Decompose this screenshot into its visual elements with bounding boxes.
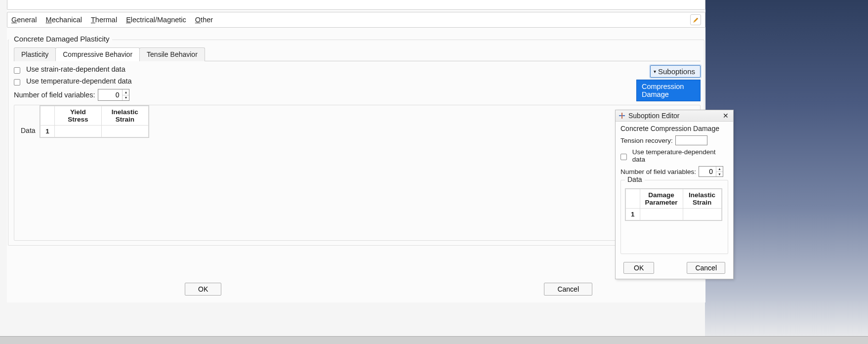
popup-title: Suboption Editor <box>628 112 680 120</box>
blank-top-field <box>7 0 705 10</box>
data-col2-header-l1: Inelastic <box>112 108 138 116</box>
popup-ok-button[interactable]: OK <box>623 262 654 274</box>
popup-titlebar[interactable]: Suboption Editor ✕ <box>616 110 733 122</box>
svg-rect-1 <box>621 113 622 119</box>
suboptions-button[interactable]: ▾ Suboptions <box>650 65 701 78</box>
table-row[interactable]: 1 <box>41 126 149 137</box>
ok-button[interactable]: OK <box>185 283 221 296</box>
behavior-tabs: Plasticity Compressive Behavior Tensile … <box>14 47 701 61</box>
tab-plasticity[interactable]: Plasticity <box>14 47 56 61</box>
menu-mechanical[interactable]: MechanicalMechanical <box>46 16 82 24</box>
yield-stress-cell[interactable] <box>54 126 101 137</box>
popup-data-group: Data Damage Parameter Inelastic Strain <box>620 180 728 254</box>
popup-subtitle: Concrete Compression Damage <box>620 125 728 132</box>
tension-recovery-input[interactable] <box>675 135 707 145</box>
popup-cancel-button[interactable]: Cancel <box>687 262 725 274</box>
popup-temperature-label: Use temperature-dependent data <box>632 148 728 163</box>
popup-temperature-checkbox[interactable] <box>620 154 627 160</box>
menu-general[interactable]: GGeneraleneral <box>11 16 37 24</box>
popup-inelastic-strain-cell[interactable] <box>683 209 721 220</box>
pencil-icon <box>693 17 699 23</box>
strain-rate-checkbox[interactable] <box>14 67 20 74</box>
popup-col2-header-l1: Inelastic <box>689 191 715 199</box>
popup-close-button[interactable]: ✕ <box>721 112 730 120</box>
menu-thermal[interactable]: ThermalThermal <box>91 16 117 24</box>
data-table[interactable]: Yield Stress Inelastic Strain 1 <box>40 105 149 138</box>
tension-recovery-label: Tension recovery: <box>620 137 673 144</box>
popup-field-vars-spin-up[interactable]: ▲ <box>716 167 723 172</box>
popup-col2-header-l2: Strain <box>693 199 711 206</box>
popup-field-vars-input[interactable] <box>699 167 716 176</box>
row-number: 1 <box>41 126 55 137</box>
suboptions-label: Suboptions <box>658 67 695 76</box>
tab-tensile-behavior[interactable]: Tensile Behavior <box>139 47 205 61</box>
field-vars-label: Number of field variables: <box>14 91 95 99</box>
popup-row-number: 1 <box>626 209 640 220</box>
field-vars-spin-up[interactable]: ▲ <box>123 89 129 95</box>
strain-rate-label: Use strain-rate-dependent data <box>26 65 125 73</box>
cancel-button[interactable]: Cancel <box>544 283 592 296</box>
status-bar <box>0 336 868 344</box>
popup-field-vars-label: Number of field variables: <box>620 168 696 175</box>
menu-other[interactable]: OtherOther <box>195 16 213 24</box>
popup-field-vars-spin-down[interactable]: ▼ <box>716 172 723 177</box>
suboptions-menu-item-compression-damage[interactable]: Compression Damage <box>636 80 701 101</box>
field-vars-input[interactable] <box>98 89 122 100</box>
data-group-title: Data <box>18 127 38 134</box>
field-vars-spin-down[interactable]: ▼ <box>123 95 129 101</box>
caret-down-icon: ▾ <box>654 69 656 74</box>
suboption-editor-dialog: Suboption Editor ✕ Concrete Compression … <box>615 110 734 279</box>
inelastic-strain-cell[interactable] <box>101 126 148 137</box>
menu-electrical-magnetic[interactable]: Electrical/MagneticElectrical/Magnetic <box>126 16 186 24</box>
main-button-row: OK Cancel <box>7 278 612 301</box>
data-col2-header-l2: Strain <box>116 116 134 123</box>
material-editor-panel: GGeneraleneral MechanicalMechanical Ther… <box>7 0 705 302</box>
popup-col1-header-l2: Parameter <box>645 199 678 206</box>
table-row[interactable]: 1 <box>626 209 722 220</box>
temperature-label: Use temperature-dependent data <box>26 77 132 85</box>
damage-parameter-cell[interactable] <box>640 209 683 220</box>
data-col1-header-l1: Yield <box>70 108 86 116</box>
tab-compressive-behavior[interactable]: Compressive Behavior <box>55 47 140 61</box>
popup-col1-header-l1: Damage <box>648 191 674 199</box>
data-group: Data Yield Stress Inelastic <box>14 105 701 241</box>
temperature-checkbox[interactable] <box>14 79 20 86</box>
suboption-icon <box>619 112 625 119</box>
edit-icon-button[interactable] <box>690 14 701 25</box>
behavior-group-title: Concrete Damaged Plasticity <box>9 35 112 43</box>
popup-data-table[interactable]: Damage Parameter Inelastic Strain 1 <box>625 188 722 221</box>
material-menubar: GGeneraleneral MechanicalMechanical Ther… <box>7 12 705 28</box>
data-col1-header-l2: Stress <box>68 116 88 123</box>
popup-data-title: Data <box>625 175 645 183</box>
